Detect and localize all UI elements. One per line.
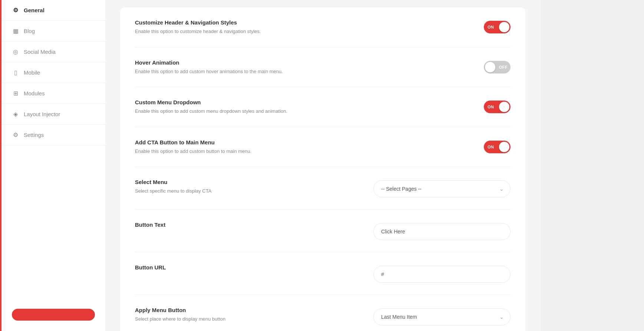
setting-description: Enable this option to add custom menu dr… [135,108,360,115]
toggle-thumb [485,62,495,72]
toggle-thumb [499,102,509,112]
sidebar-item-mobile[interactable]: ▯ Mobile [1,62,105,83]
main-content: Customize Header & Navigation Styles Ena… [105,0,540,331]
setting-control-custom-menu-dropdown: ON [370,99,511,113]
select-apply-menu-button[interactable]: Last Menu ItemFirst Menu Item [373,308,511,325]
toggle-label: ON [488,105,494,109]
setting-control-add-cta-button: ON [370,139,511,153]
sidebar-item-label: Layout Injector [24,111,60,117]
setting-label-add-cta-button: Add CTA Button to Main Menu Enable this … [135,139,360,155]
sidebar-item-blog[interactable]: ▦ Blog [1,21,105,42]
setting-description: Enable this option to customize header &… [135,28,360,35]
input-button-text[interactable] [373,223,511,240]
layout-injector-icon: ◈ [12,111,19,118]
setting-control-customize-header: ON [370,19,511,33]
setting-label-hover-animation: Hover Animation Enable this option to ad… [135,59,360,75]
select-wrapper-apply-menu-button: Last Menu ItemFirst Menu Item ⌄ [373,308,511,325]
toggle-label: OFF [499,65,508,69]
setting-title: Button URL [135,264,360,271]
setting-description: Enable this option to add custom hover a… [135,68,360,75]
setting-description: Enable this option to add custom button … [135,148,360,155]
setting-control-button-text [370,222,511,240]
input-button-url[interactable] [373,266,511,283]
setting-row-hover-animation: Hover Animation Enable this option to ad… [135,47,511,88]
sidebar-item-label: Modules [24,90,45,96]
settings-icon: ⚙ [12,131,19,138]
right-panel [540,0,644,331]
setting-title: Apply Menu Button [135,307,360,313]
setting-row-apply-menu-button: Apply Menu Button Select place where to … [135,295,511,331]
sidebar-item-modules[interactable]: ⊞ Modules [1,83,105,104]
setting-title: Customize Header & Navigation Styles [135,19,360,26]
sidebar-item-label: General [24,7,44,13]
setting-control-apply-menu-button: Last Menu ItemFirst Menu Item ⌄ [370,307,511,325]
toggle-hover-animation[interactable]: OFF [484,61,511,73]
setting-title: Hover Animation [135,59,360,66]
setting-row-add-cta-button: Add CTA Button to Main Menu Enable this … [135,127,511,167]
toggle-thumb [499,22,509,32]
sidebar-item-general[interactable]: ⚙ General [1,0,105,21]
setting-title: Custom Menu Dropdown [135,99,360,105]
sidebar-item-label: Mobile [24,69,40,76]
setting-label-customize-header: Customize Header & Navigation Styles Ena… [135,19,360,35]
sidebar-item-layout-injector[interactable]: ◈ Layout Injector [1,104,105,125]
setting-label-button-url: Button URL [135,264,360,273]
setting-title: Button Text [135,222,360,228]
setting-label-custom-menu-dropdown: Custom Menu Dropdown Enable this option … [135,99,360,115]
settings-card: Customize Header & Navigation Styles Ena… [120,7,525,331]
social-media-icon: ◎ [12,48,19,55]
setting-row-button-text: Button Text [135,210,511,252]
modules-icon: ⊞ [12,90,19,97]
setting-title: Add CTA Button to Main Menu [135,139,360,145]
sidebar: ⚙ General ▦ Blog ◎ Social Media ▯ Mobile… [1,0,105,331]
mobile-icon: ▯ [12,69,19,76]
toggle-track: ON [484,101,511,113]
setting-row-custom-menu-dropdown: Custom Menu Dropdown Enable this option … [135,87,511,127]
blog-icon: ▦ [12,27,19,35]
sidebar-item-settings[interactable]: ⚙ Settings [1,125,105,145]
toggle-track: ON [484,21,511,33]
setting-control-hover-animation: OFF [370,59,511,73]
toggle-label: ON [488,25,494,29]
setting-title: Select Menu [135,179,360,185]
sidebar-item-label: Social Media [24,49,56,55]
toggle-customize-header[interactable]: ON [484,21,511,33]
select-wrapper-select-menu: -- Select Pages -- ⌄ [373,180,511,197]
toggle-track: ON [484,141,511,153]
sidebar-item-label: Settings [24,132,44,138]
sidebar-item-social-media[interactable]: ◎ Social Media [1,42,105,62]
setting-label-apply-menu-button: Apply Menu Button Select place where to … [135,307,360,323]
general-icon: ⚙ [12,7,19,14]
setting-description: Select specific menu to display CTA [135,187,360,195]
setting-label-button-text: Button Text [135,222,360,230]
setting-row-select-menu: Select Menu Select specific menu to disp… [135,167,511,210]
setting-label-select-menu: Select Menu Select specific menu to disp… [135,179,360,195]
toggle-thumb [499,142,509,152]
toggle-label: ON [488,145,494,149]
setting-description: Select place where to display menu butto… [135,315,360,323]
setting-row-customize-header: Customize Header & Navigation Styles Ena… [135,7,511,47]
save-button-wrapper [1,298,105,331]
toggle-add-cta-button[interactable]: ON [484,141,511,153]
setting-row-button-url: Button URL [135,252,511,295]
setting-control-button-url [370,264,511,283]
save-changes-button[interactable] [12,309,95,321]
toggle-track: OFF [484,61,511,73]
sidebar-item-label: Blog [24,28,35,34]
setting-control-select-menu: -- Select Pages -- ⌄ [370,179,511,197]
select-select-menu[interactable]: -- Select Pages -- [373,180,511,197]
toggle-custom-menu-dropdown[interactable]: ON [484,101,511,113]
